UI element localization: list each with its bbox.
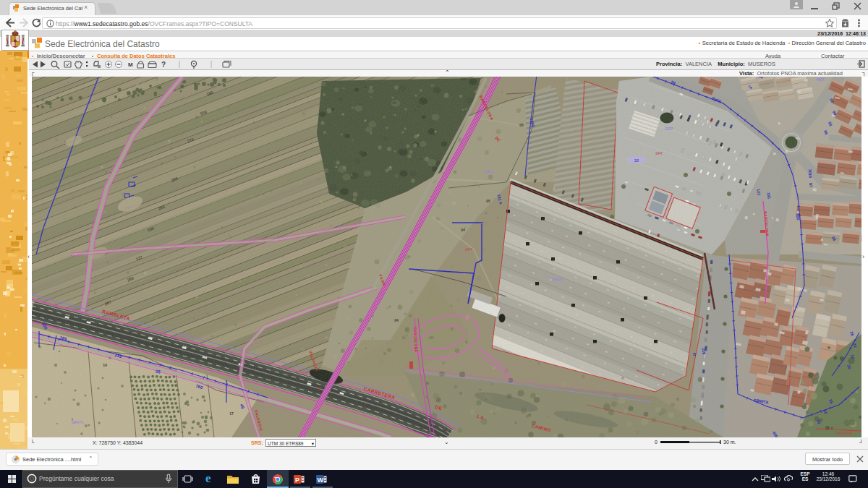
svg-text:M: M — [128, 61, 133, 68]
svg-text:P: P — [295, 476, 299, 484]
svg-text:W: W — [318, 476, 324, 484]
svg-text:?: ? — [161, 61, 166, 69]
